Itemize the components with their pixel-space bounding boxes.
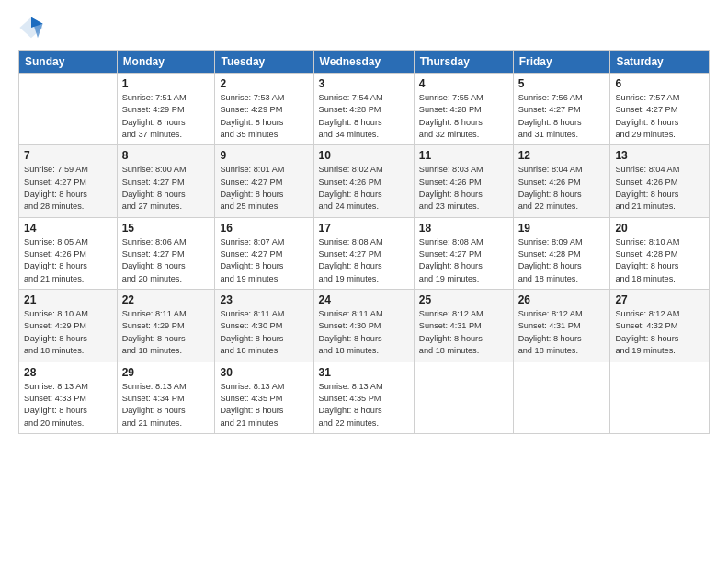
day-info: Sunrise: 8:13 AMSunset: 4:34 PMDaylight:… [122,381,210,430]
day-number: 18 [419,222,508,235]
day-cell: 15Sunrise: 8:06 AMSunset: 4:27 PMDayligh… [117,217,215,289]
day-cell: 26Sunrise: 8:12 AMSunset: 4:31 PMDayligh… [513,290,610,362]
col-tuesday: Tuesday [215,51,313,74]
day-number: 29 [122,366,210,379]
day-number: 11 [419,149,508,162]
header [18,15,710,40]
day-cell: 19Sunrise: 8:09 AMSunset: 4:28 PMDayligh… [513,217,610,289]
day-info: Sunrise: 8:06 AMSunset: 4:27 PMDaylight:… [122,236,210,285]
day-info: Sunrise: 8:00 AMSunset: 4:27 PMDaylight:… [122,164,210,213]
day-cell: 25Sunrise: 8:12 AMSunset: 4:31 PMDayligh… [414,290,513,362]
day-number: 10 [319,149,409,162]
logo [18,15,48,40]
day-info: Sunrise: 8:10 AMSunset: 4:28 PMDaylight:… [615,236,704,285]
day-cell: 11Sunrise: 8:03 AMSunset: 4:26 PMDayligh… [414,145,513,217]
day-info: Sunrise: 8:01 AMSunset: 4:27 PMDaylight:… [220,164,308,213]
day-info: Sunrise: 7:55 AMSunset: 4:28 PMDaylight:… [419,92,508,141]
day-info: Sunrise: 8:12 AMSunset: 4:31 PMDaylight:… [419,308,508,357]
day-number: 5 [518,77,606,90]
day-info: Sunrise: 8:04 AMSunset: 4:26 PMDaylight:… [518,164,606,213]
day-info: Sunrise: 7:56 AMSunset: 4:27 PMDaylight:… [518,92,606,141]
day-info: Sunrise: 8:11 AMSunset: 4:30 PMDaylight:… [220,308,308,357]
day-info: Sunrise: 8:11 AMSunset: 4:30 PMDaylight:… [319,308,409,357]
col-saturday: Saturday [610,51,710,74]
day-cell: 9Sunrise: 8:01 AMSunset: 4:27 PMDaylight… [215,145,313,217]
day-number: 21 [24,293,112,306]
day-info: Sunrise: 8:11 AMSunset: 4:29 PMDaylight:… [122,308,210,357]
day-cell: 16Sunrise: 8:07 AMSunset: 4:27 PMDayligh… [215,217,313,289]
day-number: 25 [419,293,508,306]
day-cell: 24Sunrise: 8:11 AMSunset: 4:30 PMDayligh… [313,290,414,362]
day-cell: 21Sunrise: 8:10 AMSunset: 4:29 PMDayligh… [19,290,118,362]
day-cell: 17Sunrise: 8:08 AMSunset: 4:27 PMDayligh… [313,217,414,289]
day-number: 23 [220,293,308,306]
day-cell: 23Sunrise: 8:11 AMSunset: 4:30 PMDayligh… [215,290,313,362]
day-number: 31 [319,366,409,379]
day-number: 14 [24,222,112,235]
day-info: Sunrise: 8:07 AMSunset: 4:27 PMDaylight:… [220,236,308,285]
day-number: 26 [518,293,606,306]
day-cell: 27Sunrise: 8:12 AMSunset: 4:32 PMDayligh… [610,290,710,362]
day-number: 30 [220,366,308,379]
day-cell: 18Sunrise: 8:08 AMSunset: 4:27 PMDayligh… [414,217,513,289]
header-row: SundayMondayTuesdayWednesdayThursdayFrid… [19,51,710,74]
day-number: 20 [615,222,704,235]
day-info: Sunrise: 8:02 AMSunset: 4:26 PMDaylight:… [319,164,409,213]
day-number: 27 [615,293,704,306]
day-info: Sunrise: 8:12 AMSunset: 4:31 PMDaylight:… [518,308,606,357]
day-number: 22 [122,293,210,306]
logo-icon [18,15,44,40]
day-number: 3 [319,77,409,90]
col-thursday: Thursday [414,51,513,74]
day-cell: 6Sunrise: 7:57 AMSunset: 4:27 PMDaylight… [610,74,710,145]
day-info: Sunrise: 8:12 AMSunset: 4:32 PMDaylight:… [615,308,704,357]
day-info: Sunrise: 7:53 AMSunset: 4:29 PMDaylight:… [220,92,308,141]
week-row-3: 14Sunrise: 8:05 AMSunset: 4:26 PMDayligh… [19,217,710,289]
day-cell: 13Sunrise: 8:04 AMSunset: 4:26 PMDayligh… [610,145,710,217]
day-number: 1 [122,77,210,90]
day-number: 4 [419,77,508,90]
day-cell: 3Sunrise: 7:54 AMSunset: 4:28 PMDaylight… [313,74,414,145]
day-cell: 8Sunrise: 8:00 AMSunset: 4:27 PMDaylight… [117,145,215,217]
day-cell: 20Sunrise: 8:10 AMSunset: 4:28 PMDayligh… [610,217,710,289]
col-wednesday: Wednesday [313,51,414,74]
day-cell [19,74,118,145]
day-info: Sunrise: 8:13 AMSunset: 4:33 PMDaylight:… [24,381,112,430]
day-number: 13 [615,149,704,162]
day-info: Sunrise: 7:57 AMSunset: 4:27 PMDaylight:… [615,92,704,141]
page: SundayMondayTuesdayWednesdayThursdayFrid… [0,0,728,563]
col-sunday: Sunday [19,51,118,74]
day-info: Sunrise: 7:51 AMSunset: 4:29 PMDaylight:… [122,92,210,141]
day-number: 8 [122,149,210,162]
day-cell: 5Sunrise: 7:56 AMSunset: 4:27 PMDaylight… [513,74,610,145]
day-cell: 4Sunrise: 7:55 AMSunset: 4:28 PMDaylight… [414,74,513,145]
week-row-2: 7Sunrise: 7:59 AMSunset: 4:27 PMDaylight… [19,145,710,217]
day-info: Sunrise: 8:10 AMSunset: 4:29 PMDaylight:… [24,308,112,357]
day-cell [610,362,710,433]
day-number: 2 [220,77,308,90]
day-info: Sunrise: 7:54 AMSunset: 4:28 PMDaylight:… [319,92,409,141]
day-number: 19 [518,222,606,235]
day-info: Sunrise: 8:03 AMSunset: 4:26 PMDaylight:… [419,164,508,213]
calendar-table: SundayMondayTuesdayWednesdayThursdayFrid… [18,50,710,434]
day-cell [414,362,513,433]
day-number: 12 [518,149,606,162]
day-info: Sunrise: 8:04 AMSunset: 4:26 PMDaylight:… [615,164,704,213]
day-info: Sunrise: 8:08 AMSunset: 4:27 PMDaylight:… [419,236,508,285]
day-number: 9 [220,149,308,162]
day-cell: 2Sunrise: 7:53 AMSunset: 4:29 PMDaylight… [215,74,313,145]
day-info: Sunrise: 8:13 AMSunset: 4:35 PMDaylight:… [220,381,308,430]
col-monday: Monday [117,51,215,74]
day-cell: 30Sunrise: 8:13 AMSunset: 4:35 PMDayligh… [215,362,313,433]
day-number: 17 [319,222,409,235]
day-number: 7 [24,149,112,162]
day-info: Sunrise: 8:05 AMSunset: 4:26 PMDaylight:… [24,236,112,285]
col-friday: Friday [513,51,610,74]
week-row-4: 21Sunrise: 8:10 AMSunset: 4:29 PMDayligh… [19,290,710,362]
day-info: Sunrise: 8:09 AMSunset: 4:28 PMDaylight:… [518,236,606,285]
day-cell: 14Sunrise: 8:05 AMSunset: 4:26 PMDayligh… [19,217,118,289]
day-cell: 31Sunrise: 8:13 AMSunset: 4:35 PMDayligh… [313,362,414,433]
day-cell: 7Sunrise: 7:59 AMSunset: 4:27 PMDaylight… [19,145,118,217]
day-info: Sunrise: 8:13 AMSunset: 4:35 PMDaylight:… [319,381,409,430]
day-cell [513,362,610,433]
